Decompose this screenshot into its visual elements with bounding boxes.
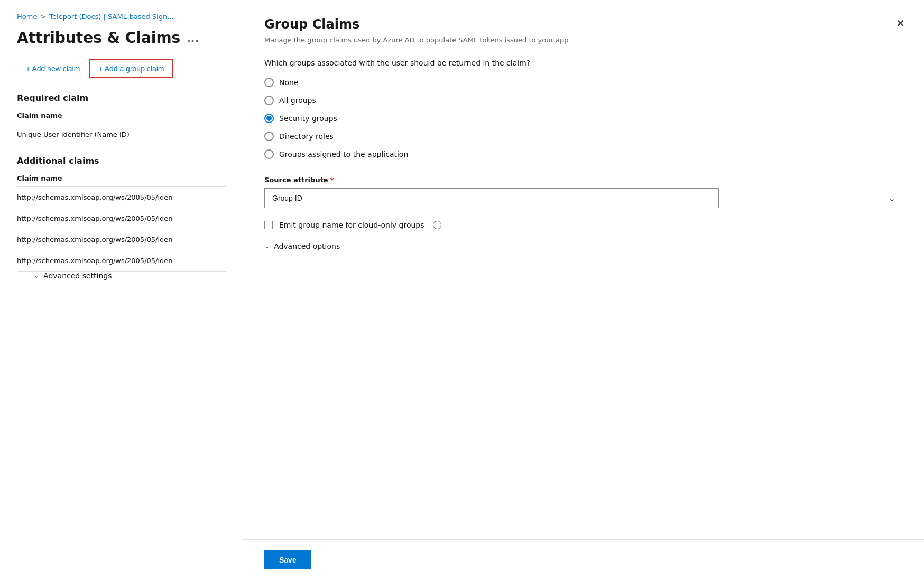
required-claim-row[interactable]: Unique User Identifier (Name ID) bbox=[17, 124, 226, 145]
emit-group-name-label: Emit group name for cloud-only groups bbox=[279, 221, 424, 229]
radio-all-groups-label: All groups bbox=[279, 96, 316, 105]
radio-groups-assigned[interactable] bbox=[264, 149, 274, 159]
table-row[interactable]: http://schemas.xmlsoap.org/ws/2005/05/id… bbox=[17, 229, 226, 250]
radio-directory-roles-label: Directory roles bbox=[279, 132, 334, 141]
radio-security-groups-label: Security groups bbox=[279, 114, 337, 123]
required-claim-header: Claim name bbox=[17, 107, 226, 124]
breadcrumb-home[interactable]: Home bbox=[17, 13, 37, 21]
more-options-icon[interactable]: ... bbox=[187, 32, 199, 44]
add-new-claim-button[interactable]: + Add new claim bbox=[17, 59, 89, 78]
radio-none[interactable] bbox=[264, 78, 274, 87]
advanced-settings-label: Advanced settings bbox=[43, 272, 112, 280]
required-indicator: * bbox=[330, 176, 334, 184]
radio-option-groups-assigned[interactable]: Groups assigned to the application bbox=[264, 149, 903, 159]
emit-group-name-section: Emit group name for cloud-only groups i bbox=[264, 221, 903, 229]
breadcrumb-current[interactable]: Teleport (Docs) | SAML-based Sign... bbox=[49, 13, 173, 21]
chevron-down-icon: ⌄ bbox=[34, 272, 39, 279]
radio-security-groups[interactable] bbox=[264, 114, 274, 123]
advanced-options[interactable]: ⌄ Advanced options bbox=[264, 242, 903, 250]
radio-groups-assigned-label: Groups assigned to the application bbox=[279, 150, 408, 158]
source-attribute-wrapper: Group ID sAMAccountName NetBIOSDomain\sA… bbox=[264, 188, 903, 208]
advanced-settings[interactable]: ⌄ Advanced settings bbox=[34, 272, 243, 280]
page-title: Attributes & Claims ... bbox=[17, 29, 226, 46]
additional-section: Additional claims Claim name http://sche… bbox=[17, 156, 226, 272]
additional-section-header: Additional claims bbox=[17, 156, 226, 166]
group-claims-panel: ✕ Group Claims Manage the group claims u… bbox=[243, 0, 924, 580]
table-row[interactable]: http://schemas.xmlsoap.org/ws/2005/05/id… bbox=[17, 187, 226, 208]
breadcrumb-sep: > bbox=[40, 13, 46, 21]
radio-option-directory-roles[interactable]: Directory roles bbox=[264, 132, 903, 141]
radio-all-groups[interactable] bbox=[264, 96, 274, 105]
required-section-header: Required claim bbox=[17, 93, 226, 103]
info-icon[interactable]: i bbox=[433, 221, 441, 229]
chevron-down-icon: ⌄ bbox=[264, 242, 270, 250]
additional-claim-header: Claim name bbox=[17, 170, 226, 187]
action-buttons: + Add new claim + Add a group claim bbox=[17, 59, 226, 78]
panel-subtitle: Manage the group claims used by Azure AD… bbox=[264, 36, 903, 44]
panel-footer: Save bbox=[243, 539, 924, 580]
advanced-options-label: Advanced options bbox=[274, 242, 340, 250]
radio-option-security-groups[interactable]: Security groups bbox=[264, 114, 903, 123]
groups-question: Which groups associated with the user sh… bbox=[264, 59, 903, 67]
source-attribute-label: Source attribute * bbox=[264, 176, 903, 184]
table-row[interactable]: http://schemas.xmlsoap.org/ws/2005/05/id… bbox=[17, 208, 226, 229]
add-group-claim-button[interactable]: + Add a group claim bbox=[89, 59, 173, 78]
radio-none-label: None bbox=[279, 78, 299, 87]
save-button[interactable]: Save bbox=[264, 550, 311, 569]
source-attribute-select[interactable]: Group ID sAMAccountName NetBIOSDomain\sA… bbox=[264, 188, 719, 208]
radio-option-all-groups[interactable]: All groups bbox=[264, 96, 903, 105]
radio-directory-roles[interactable] bbox=[264, 132, 274, 141]
source-attribute-section: Source attribute * Group ID sAMAccountNa… bbox=[264, 176, 903, 208]
radio-group: None All groups Security groups Director… bbox=[264, 78, 903, 159]
close-button[interactable]: ✕ bbox=[894, 15, 907, 32]
emit-group-name-checkbox[interactable] bbox=[264, 221, 273, 229]
panel-title: Group Claims bbox=[264, 17, 903, 32]
breadcrumb: Home > Teleport (Docs) | SAML-based Sign… bbox=[17, 13, 226, 21]
chevron-down-icon: ⌄ bbox=[889, 193, 895, 203]
table-row[interactable]: http://schemas.xmlsoap.org/ws/2005/05/id… bbox=[17, 250, 226, 272]
radio-option-none[interactable]: None bbox=[264, 78, 903, 87]
